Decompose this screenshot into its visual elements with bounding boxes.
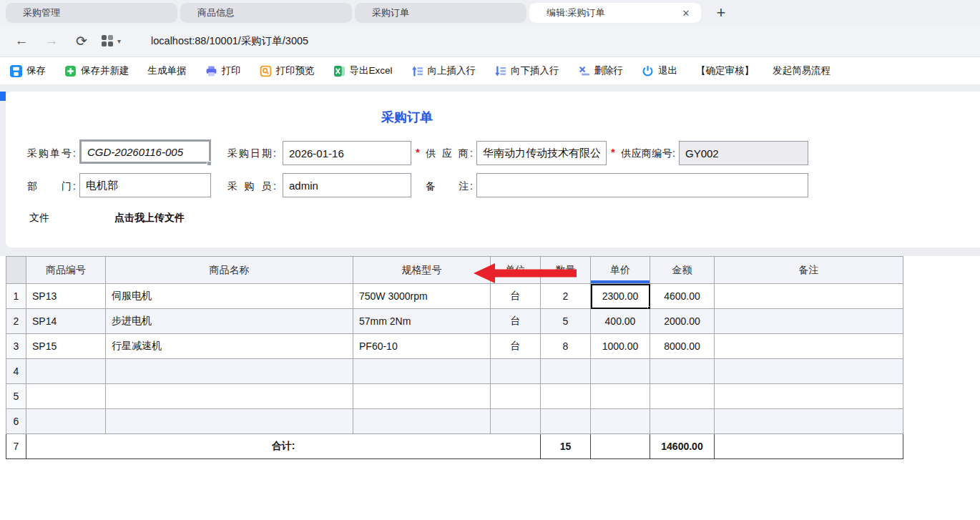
delete-row-button[interactable]: 删除行 xyxy=(578,64,624,77)
tab-purchase-order[interactable]: 采购订单 xyxy=(355,3,526,23)
cell-qty[interactable] xyxy=(541,409,591,434)
corner-cell[interactable] xyxy=(6,257,26,284)
cell-unit[interactable] xyxy=(491,409,541,434)
cell-spec[interactable] xyxy=(353,384,491,409)
cell-qty[interactable]: 5 xyxy=(541,309,591,334)
cell-remark[interactable] xyxy=(715,334,903,359)
cell-spec[interactable]: 57mm 2Nm xyxy=(353,309,491,334)
row-number[interactable]: 5 xyxy=(6,384,26,409)
row-number[interactable]: 7 xyxy=(6,434,26,459)
new-tab-button[interactable]: + xyxy=(711,3,731,23)
cell-name[interactable] xyxy=(106,409,353,434)
cell-spec[interactable] xyxy=(353,409,491,434)
cell-price[interactable] xyxy=(591,359,650,384)
start-simple-flow-button[interactable]: 发起简易流程 xyxy=(773,64,830,77)
cell-price[interactable]: 400.00 xyxy=(591,309,650,334)
close-icon[interactable]: ✕ xyxy=(680,6,692,19)
cell-amount[interactable] xyxy=(650,359,715,384)
cell-remark[interactable] xyxy=(715,384,903,409)
cell-unit[interactable]: 台 xyxy=(491,284,541,309)
cell-qty[interactable] xyxy=(541,359,591,384)
remark-input[interactable] xyxy=(476,173,808,197)
cell-spec[interactable]: 750W 3000rpm xyxy=(353,284,491,309)
cell-remark[interactable] xyxy=(715,284,903,309)
print-button[interactable]: 打印 xyxy=(205,64,241,77)
cell-spec[interactable] xyxy=(353,359,491,384)
supplier-input[interactable] xyxy=(476,141,607,165)
cell-code[interactable]: SP14 xyxy=(26,309,106,334)
url-text[interactable]: localhost:88/10001/采购订单/3005 xyxy=(151,34,308,48)
cell-qty[interactable]: 2 xyxy=(541,284,591,309)
totals-row: 7 合计: 15 14600.00 xyxy=(6,434,903,459)
cell-name[interactable]: 行星减速机 xyxy=(106,334,353,359)
col-header-amount[interactable]: 金额 xyxy=(650,257,715,284)
cell-name[interactable]: 步进电机 xyxy=(106,309,353,334)
cell-code[interactable] xyxy=(26,384,106,409)
col-header-name[interactable]: 商品名称 xyxy=(106,257,353,284)
row-number[interactable]: 4 xyxy=(6,359,26,384)
toolbar-label: 【确定审核】 xyxy=(696,64,754,77)
save-and-new-button[interactable]: 保存并新建 xyxy=(64,64,129,77)
generate-document-button[interactable]: 生成单据 xyxy=(148,64,187,77)
upload-file-link[interactable]: 点击我上传文件 xyxy=(114,212,185,225)
file-label: 文件 xyxy=(29,212,49,225)
col-header-code[interactable]: 商品编号 xyxy=(26,257,106,284)
cell-amount[interactable]: 8000.00 xyxy=(650,334,715,359)
cell-code[interactable] xyxy=(26,409,106,434)
cell-price[interactable] xyxy=(591,384,650,409)
col-header-qty[interactable]: 数量 xyxy=(541,257,591,284)
apps-grid-icon[interactable]: ▾ xyxy=(102,35,121,46)
cell-qty[interactable]: 8 xyxy=(541,334,591,359)
export-excel-button[interactable]: 导出Excel xyxy=(333,64,393,77)
cell-amount[interactable]: 2000.00 xyxy=(650,309,715,334)
back-icon[interactable]: ← xyxy=(13,33,30,49)
cell-name[interactable] xyxy=(106,384,353,409)
exit-button[interactable]: 退出 xyxy=(642,64,677,77)
cell-unit[interactable]: 台 xyxy=(491,334,541,359)
cell-price[interactable] xyxy=(591,409,650,434)
order-no-input[interactable] xyxy=(79,139,211,164)
cell-fill-handle[interactable] xyxy=(647,306,650,309)
cell-unit[interactable] xyxy=(491,384,541,409)
insert-row-above-button[interactable]: 向上插入行 xyxy=(411,64,476,77)
tab-product-info[interactable]: 商品信息 xyxy=(180,3,352,23)
cell-price-selected[interactable]: 2300.00 xyxy=(591,284,650,309)
row-number[interactable]: 3 xyxy=(6,334,26,359)
col-header-remark[interactable]: 备注 xyxy=(715,257,903,284)
forward-icon[interactable]: → xyxy=(43,33,60,49)
save-button[interactable]: 保存 xyxy=(10,64,46,77)
cell-amount[interactable]: 4600.00 xyxy=(650,284,715,309)
col-header-price[interactable]: 单价 xyxy=(591,257,650,284)
cell-unit[interactable]: 台 xyxy=(491,309,541,334)
cell-unit[interactable] xyxy=(491,359,541,384)
row-number[interactable]: 1 xyxy=(6,284,26,309)
cell-remark[interactable] xyxy=(715,309,903,334)
selection-handle[interactable] xyxy=(207,161,212,166)
confirm-audit-button[interactable]: 【确定审核】 xyxy=(696,64,754,77)
cell-price[interactable]: 1000.00 xyxy=(591,334,650,359)
buyer-input[interactable] xyxy=(283,173,411,197)
cell-name[interactable] xyxy=(106,359,353,384)
row-number[interactable]: 6 xyxy=(6,409,26,434)
cell-qty[interactable] xyxy=(541,384,591,409)
tab-purchase-management[interactable]: 采购管理 xyxy=(6,3,177,23)
row-number[interactable]: 2 xyxy=(6,309,26,334)
order-date-input[interactable] xyxy=(283,141,411,165)
cell-amount[interactable] xyxy=(650,409,715,434)
department-input[interactable] xyxy=(79,173,211,197)
col-header-unit[interactable]: 单位 xyxy=(491,257,541,284)
cell-name[interactable]: 伺服电机 xyxy=(106,284,353,309)
insert-row-below-button[interactable]: 向下插入行 xyxy=(494,64,559,77)
refresh-icon[interactable]: ⟳ xyxy=(73,33,90,49)
col-header-spec[interactable]: 规格型号 xyxy=(353,257,491,284)
tab-edit-purchase-order[interactable]: 编辑:采购订单 ✕ xyxy=(529,3,701,23)
cell-amount[interactable] xyxy=(650,384,715,409)
cell-remark[interactable] xyxy=(715,409,903,434)
cell-code[interactable] xyxy=(26,359,106,384)
cell-remark[interactable] xyxy=(715,359,903,384)
print-preview-button[interactable]: 打印预览 xyxy=(260,64,315,77)
cell-code[interactable]: SP13 xyxy=(26,284,106,309)
selected-column-indicator xyxy=(591,280,650,283)
cell-code[interactable]: SP15 xyxy=(26,334,106,359)
cell-spec[interactable]: PF60-10 xyxy=(353,334,491,359)
